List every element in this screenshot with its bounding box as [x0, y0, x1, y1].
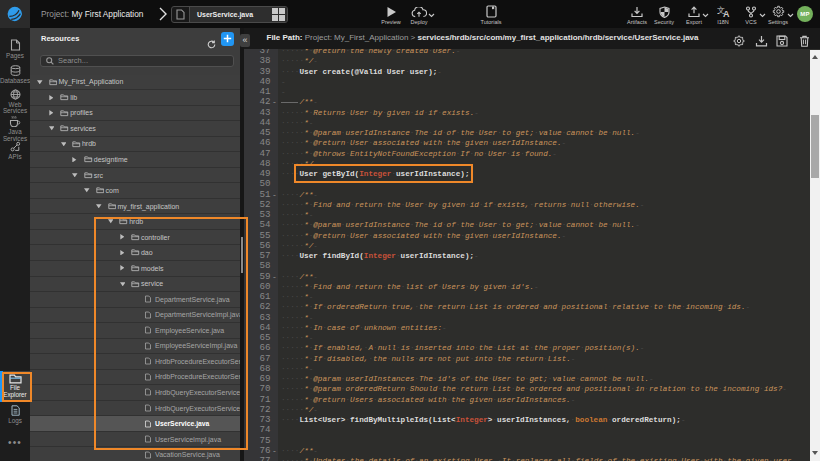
svg-text:A: A: [723, 9, 730, 18]
